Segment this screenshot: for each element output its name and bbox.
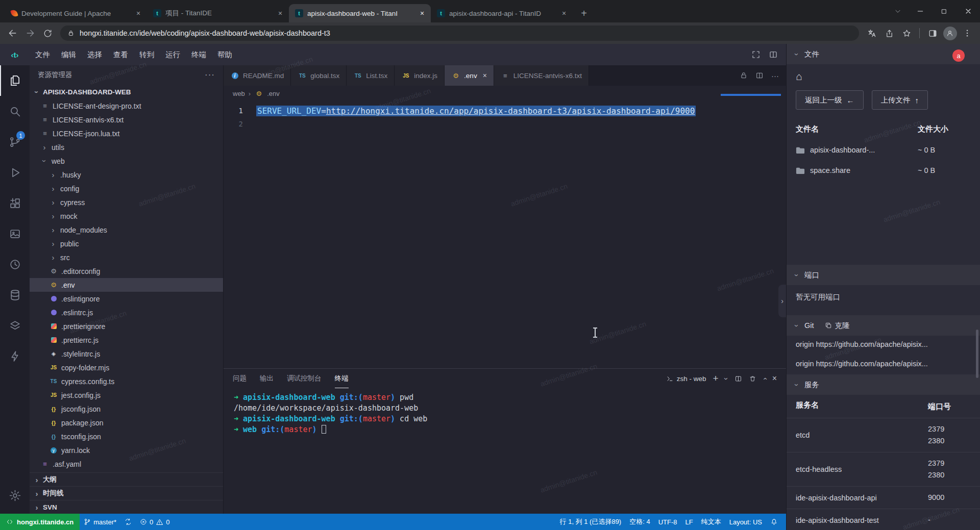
git-branch-status[interactable]: master* xyxy=(80,514,120,530)
new-tab-button[interactable]: + xyxy=(577,6,591,20)
services-section-header[interactable]: › 服务 xyxy=(787,374,980,395)
translate-icon[interactable] xyxy=(863,24,880,42)
browser-menu-icon[interactable] xyxy=(959,24,976,42)
tab-close-icon[interactable]: × xyxy=(134,9,143,18)
indentation[interactable]: 空格: 4 xyxy=(625,514,654,530)
tree-folder-node_modules[interactable]: ›node_modules xyxy=(30,223,223,237)
tab-close-icon[interactable]: × xyxy=(276,9,285,18)
keyboard-layout[interactable]: Layout: US xyxy=(725,514,766,530)
breadcrumb[interactable]: web › ⚙ .env xyxy=(224,86,786,101)
forward-button[interactable] xyxy=(21,24,39,42)
split-terminal-icon[interactable] xyxy=(734,375,742,383)
back-parent-button[interactable]: 返回上一级← xyxy=(796,90,864,110)
tree-root[interactable]: › APISIX-DASHBOARD-WEB xyxy=(30,85,223,99)
tree-folder-public[interactable]: ›public xyxy=(30,237,223,250)
tree-file-.prettierrc.js[interactable]: .prettierrc.js xyxy=(30,333,223,347)
editor-tab-LICENSE-antvis-x6.txt[interactable]: ≡LICENSE-antvis-x6.txt xyxy=(494,65,589,86)
panel-tab-终端[interactable]: 终端 xyxy=(335,369,349,388)
maximize-panel-icon[interactable]: › xyxy=(760,377,769,380)
activity-database[interactable] xyxy=(0,280,30,310)
panel-tab-调试控制台[interactable]: 调试控制台 xyxy=(287,369,322,388)
menu-item[interactable]: 文件 xyxy=(30,44,56,65)
activity-source-control[interactable]: 1 xyxy=(0,127,30,157)
tree-file-.editorconfig[interactable]: ⚙.editorconfig xyxy=(30,264,223,278)
files-section-header[interactable]: › 文件 xyxy=(787,44,980,64)
browser-tab[interactable]: tapisix-dashboard-api - TitanID× xyxy=(431,4,573,22)
tree-file-tsconfig.json[interactable]: {}tsconfig.json xyxy=(30,430,223,443)
menu-item[interactable]: 运行 xyxy=(160,44,186,65)
tab-close-icon[interactable]: × xyxy=(483,71,487,80)
terminal-profile-chevron-icon[interactable]: › xyxy=(722,377,731,380)
close-panel-icon[interactable]: × xyxy=(772,374,777,383)
panel-expand-handle[interactable]: › xyxy=(778,285,786,317)
problems-status[interactable]: 0 0 xyxy=(136,514,174,530)
notifications-bell[interactable] xyxy=(766,514,782,530)
split-editor-icon[interactable] xyxy=(755,71,764,80)
activity-layers[interactable] xyxy=(0,310,30,341)
activity-explorer[interactable] xyxy=(0,65,30,96)
sidebar-section-大纲[interactable]: ›大纲 xyxy=(30,472,223,486)
tree-file-cypress.config.ts[interactable]: TScypress.config.ts xyxy=(30,374,223,388)
tree-file-.eslintignore[interactable]: .eslintignore xyxy=(30,292,223,306)
back-button[interactable] xyxy=(4,24,21,42)
terminal-shell-selector[interactable]: zsh - web xyxy=(666,375,706,383)
tree-file-.asf.yaml[interactable]: ≡.asf.yaml xyxy=(30,457,223,471)
tree-file-.env[interactable]: ⚙.env xyxy=(30,278,223,292)
tab-close-icon[interactable]: × xyxy=(418,9,427,18)
upload-file-button[interactable]: 上传文件↑ xyxy=(872,90,928,110)
home-icon[interactable]: ⌂ xyxy=(787,64,980,84)
activity-preview[interactable] xyxy=(0,218,30,249)
bookmark-star-icon[interactable] xyxy=(898,24,915,42)
tree-file-copy-folder.mjs[interactable]: JScopy-folder.mjs xyxy=(30,361,223,374)
more-actions-icon[interactable]: ··· xyxy=(205,70,215,80)
tree-folder-config[interactable]: ›config xyxy=(30,182,223,195)
panel-tab-问题[interactable]: 问题 xyxy=(233,369,247,388)
sidebar-section-时间线[interactable]: ›时间线 xyxy=(30,486,223,500)
tree-folder-src[interactable]: ›src xyxy=(30,250,223,264)
settings-gear[interactable] xyxy=(0,480,30,511)
tree-folder-cypress[interactable]: ›cypress xyxy=(30,195,223,209)
unlock-icon[interactable] xyxy=(740,71,748,80)
browser-tab[interactable]: t项目 - TitanIDE× xyxy=(147,4,289,22)
menu-item[interactable]: 帮助 xyxy=(212,44,238,65)
editor-tab-.env[interactable]: ⚙.env× xyxy=(445,65,494,86)
tree-folder-.husky[interactable]: ›.husky xyxy=(30,168,223,182)
browser-tab[interactable]: tapisix-dashboard-web - TitanI× xyxy=(289,4,431,22)
ports-section-header[interactable]: › 端口 xyxy=(787,265,980,285)
maximize-button[interactable] xyxy=(932,0,956,22)
reload-button[interactable] xyxy=(39,24,56,42)
tree-file-.prettierignore[interactable]: .prettierignore xyxy=(30,319,223,333)
menu-item[interactable]: 转到 xyxy=(134,44,160,65)
minimize-button[interactable] xyxy=(908,0,932,22)
editor-tab-List.tsx[interactable]: TSList.tsx xyxy=(347,65,395,86)
panel-tab-输出[interactable]: 输出 xyxy=(260,369,274,388)
tree-file-LICENSE-json.lua.txt[interactable]: ≡LICENSE-json.lua.txt xyxy=(30,127,223,140)
tree-folder-mock[interactable]: ›mock xyxy=(30,209,223,223)
close-window-button[interactable] xyxy=(956,0,980,22)
git-clone-button[interactable]: 克隆 xyxy=(825,321,850,331)
remote-indicator[interactable]: hongxi.titanide.cn xyxy=(0,514,80,530)
profile-icon[interactable] xyxy=(941,24,959,42)
editor-more-actions-icon[interactable]: ··· xyxy=(771,71,779,80)
tree-file-LICENSE-ant-design-pro.txt[interactable]: ≡LICENSE-ant-design-pro.txt xyxy=(30,99,223,113)
cursor-position[interactable]: 行 1, 列 1 (已选择89) xyxy=(556,514,626,530)
menu-item[interactable]: 查看 xyxy=(108,44,134,65)
address-bar[interactable]: hongxi.titanide.cn/ide/web/coding/apisix… xyxy=(60,26,859,41)
sidebar-section-SVN[interactable]: ›SVN xyxy=(30,500,223,514)
scrollbar-thumb[interactable] xyxy=(976,330,978,378)
editor-tab-README.md[interactable]: README.md xyxy=(224,65,291,86)
tab-close-icon[interactable]: × xyxy=(559,9,569,18)
kill-terminal-icon[interactable] xyxy=(749,375,756,383)
avatar-badge[interactable]: a xyxy=(952,49,965,62)
eol-selector[interactable]: LF xyxy=(681,514,697,530)
file-row[interactable]: apisix-dashboard-...~ 0 B xyxy=(787,140,980,160)
file-row[interactable]: space.share~ 0 B xyxy=(787,160,980,181)
language-mode[interactable]: 纯文本 xyxy=(697,514,725,530)
activity-run-debug[interactable] xyxy=(0,157,30,188)
tree-file-.stylelintrc.js[interactable]: ◈.stylelintrc.js xyxy=(30,347,223,361)
tree-file-jest.config.js[interactable]: JSjest.config.js xyxy=(30,388,223,402)
tab-search-chevron-icon[interactable] xyxy=(888,8,908,15)
menu-item[interactable]: 选择 xyxy=(82,44,108,65)
share-icon[interactable] xyxy=(880,24,898,42)
menu-item[interactable]: 编辑 xyxy=(56,44,82,65)
